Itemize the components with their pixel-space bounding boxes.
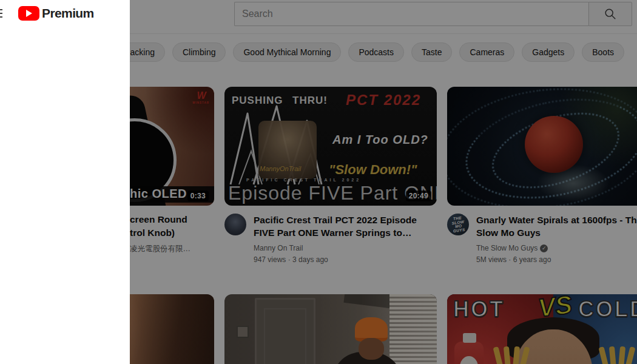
youtube-play-icon: [18, 6, 39, 21]
navigation-drawer: Premium: [0, 0, 130, 364]
premium-wordmark: Premium: [42, 6, 94, 21]
youtube-premium-logo[interactable]: Premium: [18, 6, 94, 21]
hamburger-menu-icon[interactable]: [0, 9, 2, 20]
